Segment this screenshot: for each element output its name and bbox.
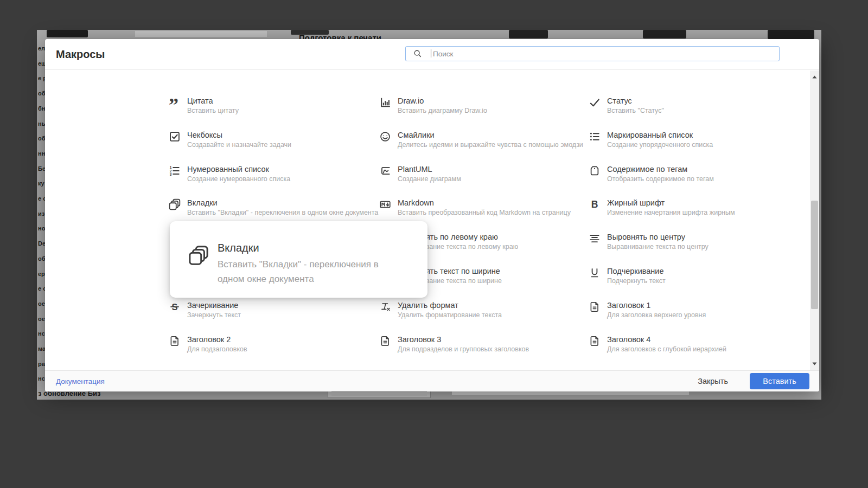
macro-item-align-center[interactable]: Выровнять по центруВыравнивание текста п… [589, 232, 790, 251]
background-text-fragment: ое [38, 300, 46, 307]
background-text-fragment: бн [38, 105, 46, 112]
macro-preview-card[interactable]: Вкладки Вставить "Вкладки" - переключени… [170, 221, 427, 298]
bold-icon: B [589, 198, 601, 210]
macro-item-quote[interactable]: ”ЦитатаВставить цитату [169, 96, 371, 115]
background-text-fragment: ра [38, 361, 46, 367]
preview-description: Вставить "Вкладки" - переключения в одно… [218, 257, 398, 286]
doc-icon [589, 301, 601, 313]
background-text-fragment: ое [38, 316, 46, 322]
macro-description: Делитесь идеями и выражайте чувства с по… [398, 140, 583, 149]
macro-description: Создавайте и назначайте задачи [187, 140, 291, 149]
macro-item-tabs[interactable]: ВкладкиВставить "Вкладки" - переключения… [169, 198, 371, 217]
macros-list: ”ЦитатаВставить цитатуЧекбоксыСоздавайте… [45, 70, 819, 370]
tabs-icon [188, 245, 209, 266]
svg-text:3: 3 [170, 172, 172, 176]
macro-description: Создание упорядоченного списка [607, 140, 713, 149]
macro-item-removeformat[interactable]: Удалить форматУдалить форматирование тек… [379, 300, 581, 319]
checkbox-icon [169, 131, 181, 143]
macro-text: ЧекбоксыСоздавайте и назначайте задачи [187, 130, 291, 149]
svg-text:B: B [591, 199, 598, 210]
macro-text: Заголовок 1Для заголовка верхнего уровня [607, 300, 706, 319]
macro-description: Подчеркнуть текст [607, 277, 666, 285]
macro-item-markdown[interactable]: MarkdownВставить преобразованный код Mar… [379, 198, 581, 217]
scroll-down-icon[interactable] [812, 362, 818, 366]
macro-item-underline[interactable]: ПодчеркиваниеПодчеркнуть текст [589, 266, 790, 285]
background-text-fragment: е с [38, 195, 46, 202]
background-text-fragment: ещ [38, 60, 46, 67]
dialog-title: Макросы [56, 39, 105, 69]
dialog-header: Макросы [45, 39, 819, 70]
macro-title: Вкладки [187, 198, 378, 208]
macro-description: Удалить форматирование текста [398, 311, 502, 319]
scroll-up-icon[interactable] [812, 75, 818, 79]
macro-item-drawio[interactable]: Draw.ioВставить диаграмму Draw.io [379, 96, 581, 115]
macro-text: Нумерованный списокСоздание нумерованног… [187, 164, 290, 183]
macro-text: Жирный шрифтИзменение начертания шрифта … [607, 198, 735, 217]
macro-description: Выравнивание текста по центру [607, 242, 709, 251]
background-strip [135, 31, 267, 37]
scrollbar-thumb[interactable] [811, 201, 818, 309]
macro-title: Markdown [398, 198, 571, 208]
macro-item-doc[interactable]: Заголовок 1Для заголовка верхнего уровня [589, 300, 790, 319]
macro-text: Заголовок 3Для подразделов и групповых з… [398, 335, 529, 354]
macro-item-doc[interactable]: Заголовок 4Для заголовков с глубокой иер… [589, 335, 790, 354]
macro-item-strikethrough[interactable]: SЗачеркиваниеЗачеркнуть текст [169, 300, 371, 319]
macro-text: ЗачеркиваниеЗачеркнуть текст [187, 300, 241, 319]
doc-icon [379, 335, 391, 347]
macro-description: Создание нумерованного списка [187, 175, 290, 183]
macro-title: Содержимое по тегам [607, 164, 714, 174]
macro-title: Подчеркивание [607, 266, 666, 276]
documentation-link[interactable]: Документация [56, 377, 105, 386]
strikethrough-icon: S [169, 301, 181, 313]
macro-item-bold[interactable]: BЖирный шрифтИзменение начертания шрифта… [589, 198, 790, 217]
macro-title: Нумерованный список [187, 164, 290, 174]
background-text-fragment: ны [38, 120, 46, 127]
macro-description: Вставить "Вкладки" - переключения в одно… [187, 208, 378, 217]
background-tab-block [47, 30, 88, 37]
background-text-fragment: нн [38, 150, 46, 157]
background-text-fragment: но [38, 225, 46, 232]
macro-text: Draw.ioВставить диаграмму Draw.io [398, 96, 487, 115]
svg-text:”: ” [169, 97, 178, 108]
macro-description: Создание диаграмм [398, 175, 461, 183]
macro-title: Цитата [187, 96, 239, 106]
numbered-list-icon: 123 [169, 165, 181, 177]
macro-title: Заголовок 4 [607, 335, 726, 344]
background-tab-block [643, 30, 686, 38]
bullet-list-icon [589, 131, 601, 143]
macro-item-status[interactable]: СтатусВставить "Статус" [589, 96, 790, 115]
macro-item-numbered-list[interactable]: 123Нумерованный списокСоздание нумерован… [169, 164, 371, 183]
macro-item-checkbox[interactable]: ЧекбоксыСоздавайте и назначайте задачи [169, 130, 371, 149]
background-text-fragment: об [38, 90, 46, 97]
background-text-fragment: нс [38, 330, 46, 337]
macro-title: Выровнять по центру [607, 232, 709, 242]
macro-title: Заголовок 1 [607, 300, 706, 310]
insert-button[interactable]: Вставить [750, 373, 809, 389]
macro-title: Удалить формат [398, 300, 502, 310]
macro-item-tag[interactable]: Содержимое по тегамОтобразить содержимое… [589, 164, 790, 183]
search-input[interactable] [406, 47, 779, 61]
macro-item-doc[interactable]: Заголовок 3Для подразделов и групповых з… [379, 335, 581, 354]
emoji-icon [379, 131, 391, 143]
quote-icon: ” [169, 97, 181, 108]
close-button[interactable]: Закрыть [694, 376, 731, 386]
scrollbar[interactable] [810, 70, 819, 370]
background-text-fragment: обь [38, 135, 46, 142]
macro-item-doc[interactable]: Заголовок 2Для подзаголовков [169, 335, 371, 354]
background-text-fragment: ели [38, 45, 46, 52]
macro-item-emoji[interactable]: СмайликиДелитесь идеями и выражайте чувс… [379, 130, 581, 149]
macro-text: MarkdownВставить преобразованный код Mar… [398, 198, 571, 217]
macro-text: ПодчеркиваниеПодчеркнуть текст [607, 266, 666, 285]
background-text-fragment: нс [38, 375, 46, 382]
background-text-fragment: е о [38, 285, 46, 292]
text-caret [431, 49, 431, 57]
macro-item-plantuml[interactable]: PlantUMLСоздание диаграмм [379, 164, 581, 183]
markdown-icon [379, 198, 391, 210]
background-text-fragment: De [38, 240, 46, 247]
search-box[interactable] [405, 46, 780, 61]
search-icon [413, 49, 422, 58]
macro-item-bullet-list[interactable]: Маркированный списокСоздание упорядоченн… [589, 130, 790, 149]
macro-title: Зачеркивание [187, 300, 241, 310]
background-text-fragment: е р [38, 75, 46, 81]
dialog-footer: Документация Закрыть Вставить [45, 370, 819, 391]
